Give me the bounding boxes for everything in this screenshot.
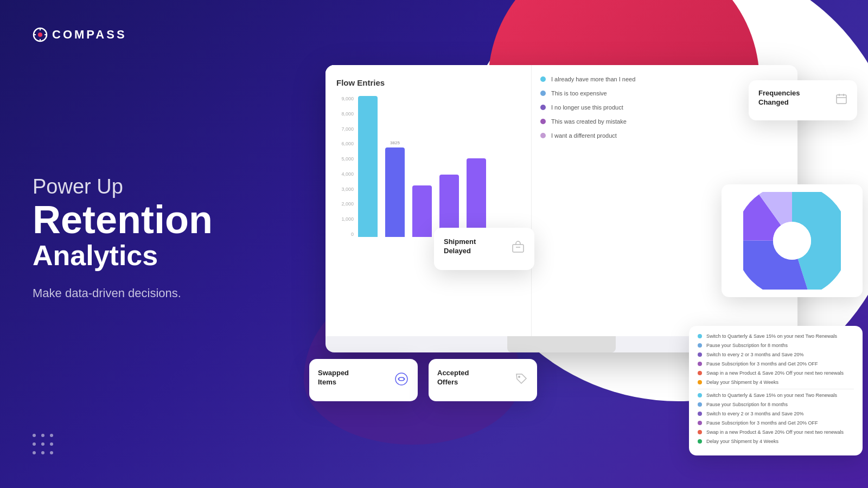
reason-text: This was created by mistake <box>551 118 627 125</box>
legend-item-1: Switch to Quarterly & Save 15% on your n… <box>698 333 854 339</box>
legend-dot <box>698 393 702 397</box>
legend-item-7: Switch to Quarterly & Save 15% on your n… <box>698 393 854 398</box>
y-label: 3,000 <box>336 187 354 192</box>
bar-3 <box>412 185 432 237</box>
decorative-dots <box>33 434 315 455</box>
reason-text: This is too expensive <box>551 90 607 97</box>
bar-2 <box>385 147 405 237</box>
legend-text: Swap in a new Product & Save 20% Off you… <box>706 370 844 376</box>
legend-dot <box>698 439 702 444</box>
legend-item-9: Switch to every 2 or 3 months and Save 2… <box>698 411 854 416</box>
monitor-stand <box>507 336 616 352</box>
legend-dot <box>698 362 702 366</box>
y-axis-labels: 0 1,000 2,000 3,000 4,000 5,000 6,000 7,… <box>336 96 354 237</box>
y-label: 7,000 <box>336 126 354 132</box>
legend-dot <box>698 371 702 375</box>
y-label: 5,000 <box>336 156 354 162</box>
legend-item-3: Switch to every 2 or 3 months and Save 2… <box>698 352 854 357</box>
headline-line2: Retention <box>33 200 315 239</box>
reason-text: I no longer use this product <box>551 104 623 111</box>
card-shipment-title: ShipmentDelayed <box>444 237 476 256</box>
legend-dot <box>698 334 702 338</box>
card-legend: Switch to Quarterly & Save 15% on your n… <box>689 326 863 455</box>
legend-dot <box>698 380 702 384</box>
y-label: 9,000 <box>336 96 354 101</box>
legend-text: Delay your Shipment by 4 Weeks <box>706 380 778 385</box>
legend-text: Pause Subscription for 3 months and Get … <box>706 420 818 426</box>
card-pie <box>722 184 863 297</box>
headline-line3: Analytics <box>33 240 315 271</box>
brand-name: COMPASS <box>52 28 127 42</box>
y-label: 8,000 <box>336 111 354 117</box>
card-swapped-title: SwappedItems <box>318 369 349 387</box>
bar-group-5 <box>467 156 486 237</box>
tagline: Make data-driven decisions. <box>33 286 315 300</box>
reason-item-5: I want a different product <box>540 132 789 139</box>
card-accepted: AcceptedOffers <box>429 359 537 401</box>
dot <box>41 434 44 437</box>
dot <box>41 451 44 454</box>
legend-text: Delay your Shipment by 4 Weeks <box>706 439 778 444</box>
pie-chart <box>743 192 841 290</box>
y-label: 2,000 <box>336 201 354 207</box>
legend-text: Switch to Quarterly & Save 15% on your n… <box>706 333 837 339</box>
legend-item-5: Swap in a new Product & Save 20% Off you… <box>698 370 854 376</box>
legend-dot <box>698 430 702 434</box>
reason-dot <box>540 76 546 82</box>
logo: COMPASS <box>33 27 315 42</box>
reason-item-4: This was created by mistake <box>540 118 789 125</box>
reason-text: I want a different product <box>551 132 617 139</box>
legend-text: Switch to every 2 or 3 months and Save 2… <box>706 411 804 416</box>
chart-title: Flow Entries <box>336 78 520 87</box>
y-label: 6,000 <box>336 141 354 146</box>
svg-point-12 <box>395 373 407 385</box>
reason-dot <box>540 91 546 96</box>
card-frequencies-title: FrequenciesChanged <box>758 89 800 107</box>
card-shipment: ShipmentDelayed <box>434 228 534 270</box>
box-icon <box>512 241 525 256</box>
legend-item-12: Delay your Shipment by 4 Weeks <box>698 439 854 444</box>
dot <box>33 434 36 437</box>
legend-text: Pause your Subscription for 8 months <box>706 343 788 348</box>
dot <box>50 442 53 446</box>
card-accepted-title: AcceptedOffers <box>437 369 469 387</box>
reason-dot <box>540 105 546 110</box>
dot <box>33 442 36 446</box>
headline-line1: Power Up <box>33 176 315 198</box>
bar-group-1 <box>358 94 378 237</box>
legend-dot <box>698 343 702 348</box>
legend-item-2: Pause your Subscription for 8 months <box>698 343 854 348</box>
legend-item-11: Swap in a new Product & Save 20% Off you… <box>698 429 854 435</box>
dot <box>50 451 53 454</box>
bar-1 <box>358 96 378 237</box>
svg-rect-10 <box>513 245 524 252</box>
legend-dot <box>698 412 702 416</box>
mockup-area: Flow Entries 0 1,000 2,000 3,000 4,000 5… <box>293 0 868 488</box>
y-label: 0 <box>336 232 354 237</box>
legend-item-6: Delay your Shipment by 4 Weeks <box>698 380 854 385</box>
reason-dot <box>540 133 546 138</box>
legend-dot <box>698 352 702 357</box>
legend-text: Pause your Subscription for 8 months <box>706 402 788 407</box>
card-swapped: SwappedItems <box>309 359 418 401</box>
legend-item-4: Pause Subscription for 3 months and Get … <box>698 361 854 367</box>
bar-label: 3825 <box>390 140 400 145</box>
bar-group-3 <box>412 183 432 237</box>
chart-panel: Flow Entries 0 1,000 2,000 3,000 4,000 5… <box>326 65 532 336</box>
swap-icon <box>394 371 409 389</box>
reason-text: I already have more than I need <box>551 76 635 82</box>
card-accepted-row: AcceptedOffers <box>437 369 528 391</box>
dot <box>50 434 53 437</box>
left-panel: COMPASS Power Up Retention Analytics Mak… <box>33 0 315 488</box>
headline-block: Power Up Retention Analytics Make data-d… <box>33 176 315 301</box>
card-swapped-row: SwappedItems <box>318 369 409 391</box>
legend-text: Pause Subscription for 3 months and Get … <box>706 361 818 367</box>
legend-item-10: Pause Subscription for 3 months and Get … <box>698 420 854 426</box>
svg-point-1 <box>38 33 42 37</box>
calendar-icon <box>835 93 847 107</box>
reason-dot <box>540 119 546 124</box>
legend-dot <box>698 421 702 425</box>
card-frequencies: FrequenciesChanged <box>749 80 857 120</box>
dot <box>33 451 36 454</box>
card-shipment-row: ShipmentDelayed <box>444 237 525 260</box>
